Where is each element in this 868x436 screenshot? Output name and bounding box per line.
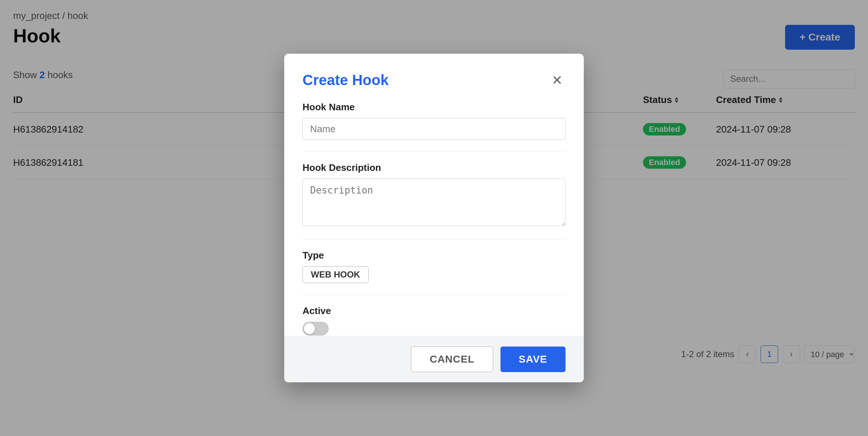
hook-description-group: Hook Description bbox=[302, 162, 566, 227]
hook-active-label: Active bbox=[302, 305, 566, 317]
create-hook-modal: Create Hook ✕ Hook Name Hook Description… bbox=[284, 54, 584, 382]
modal-header: Create Hook ✕ bbox=[302, 72, 566, 88]
hook-name-label: Hook Name bbox=[302, 102, 566, 113]
modal-overlay: Create Hook ✕ Hook Name Hook Description… bbox=[0, 0, 868, 436]
save-button[interactable]: SAVE bbox=[500, 347, 566, 372]
toggle-knob bbox=[304, 323, 315, 334]
hook-type-label: Type bbox=[302, 250, 566, 261]
hook-type-group: Type WEB HOOK bbox=[302, 250, 566, 283]
active-toggle[interactable] bbox=[302, 322, 329, 336]
hook-name-group: Hook Name bbox=[302, 102, 566, 140]
modal-title: Create Hook bbox=[302, 72, 389, 88]
close-modal-button[interactable]: ✕ bbox=[549, 72, 566, 88]
hook-name-input[interactable] bbox=[302, 118, 566, 140]
modal-footer: CANCEL SAVE bbox=[284, 336, 584, 382]
modal-body: Create Hook ✕ Hook Name Hook Description… bbox=[284, 54, 584, 336]
hook-description-input[interactable] bbox=[302, 179, 566, 226]
active-toggle-wrap bbox=[302, 322, 566, 336]
hook-type-badge: WEB HOOK bbox=[302, 266, 369, 283]
divider-3 bbox=[302, 295, 566, 295]
divider-2 bbox=[302, 239, 566, 240]
hook-active-group: Active bbox=[302, 305, 566, 336]
cancel-button[interactable]: CANCEL bbox=[411, 347, 493, 372]
divider-1 bbox=[302, 152, 566, 152]
hook-description-label: Hook Description bbox=[302, 162, 566, 173]
